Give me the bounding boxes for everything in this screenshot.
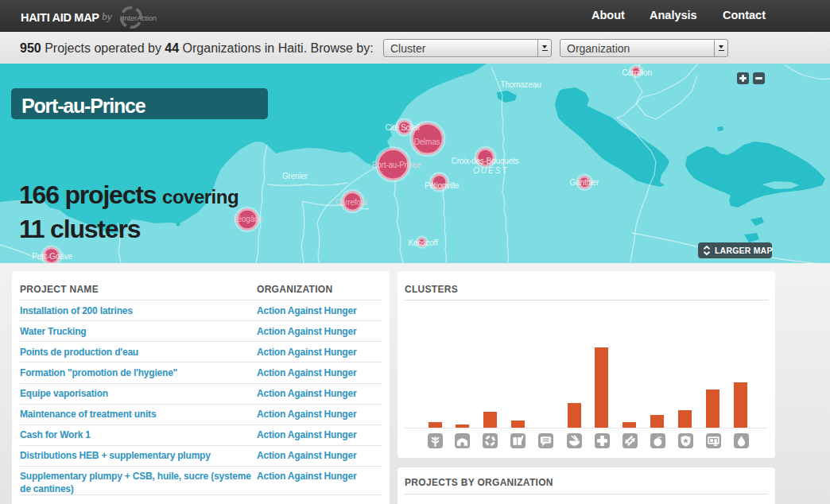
svg-text:Pétionville: Pétionville: [425, 181, 460, 190]
svg-text:Thomazeau: Thomazeau: [500, 80, 541, 89]
svg-text:Grenier: Grenier: [282, 172, 308, 180]
svg-text:Carrefour: Carrefour: [335, 198, 368, 207]
svg-text:Delmas: Delmas: [414, 138, 440, 146]
svg-text:InterAction: InterAction: [122, 14, 157, 22]
svg-text:Ganthier: Ganthier: [570, 178, 600, 187]
svg-text:Cité Soleil: Cité Soleil: [386, 123, 420, 132]
svg-text:Kenscoff: Kenscoff: [408, 238, 438, 247]
svg-text:OUEST: OUEST: [473, 165, 508, 175]
svg-text:Petit-Goâve: Petit-Goâve: [32, 252, 72, 261]
svg-text:Port-au-Prince: Port-au-Prince: [372, 161, 421, 169]
svg-text:Cornillon: Cornillon: [622, 68, 652, 77]
svg-text:Croix-des-Bouquets: Croix-des-Bouquets: [452, 157, 519, 165]
